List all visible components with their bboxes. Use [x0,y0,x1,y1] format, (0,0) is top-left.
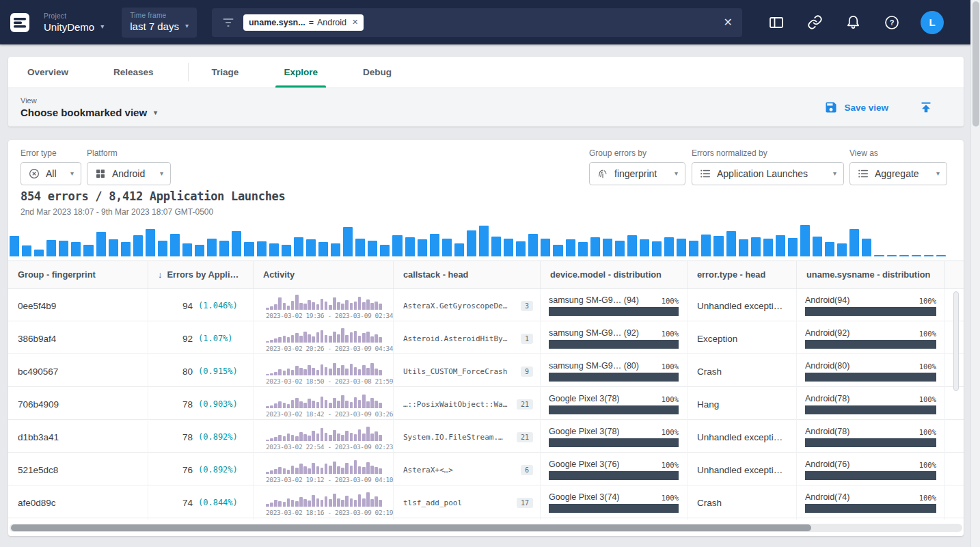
histogram[interactable] [10,222,946,256]
histogram-bar[interactable] [392,235,402,256]
table-row[interactable]: 706b4909 78 (0.903%) 2023-03-02 18:42 - … [8,387,964,420]
histogram-bar[interactable] [83,245,93,256]
histogram-bar[interactable] [528,234,538,256]
filterbar-clear-icon[interactable]: ✕ [724,16,733,29]
histogram-bar[interactable] [158,241,167,256]
histogram-bar[interactable] [257,241,267,256]
share-link-icon[interactable] [807,14,823,30]
col-errors[interactable]: ↓ Errors by Appli… [148,261,254,288]
histogram-bar[interactable] [46,240,56,256]
histogram-bar[interactable] [566,239,575,256]
tab-triage[interactable]: Triage [201,57,250,88]
error-type-select[interactable]: All ▾ [21,162,81,185]
col-fingerprint[interactable]: Group - fingerprint [8,261,148,288]
histogram-bar[interactable] [368,241,377,256]
publish-view-icon[interactable] [918,100,934,115]
table-row[interactable]: 521e5dc8 76 (0.892%) 2023-03-02 19:12 - … [8,453,964,485]
filter-chip[interactable]: uname.sysn... = Android ✕ [243,14,364,31]
histogram-bar[interactable] [318,242,328,256]
histogram-bar[interactable] [640,239,649,256]
fingerprint-link[interactable]: 386b9af4 [18,334,56,344]
histogram-bar[interactable] [713,236,723,256]
bookmarked-view-selector[interactable]: Choose bookmarked view ▾ [21,107,157,118]
histogram-bar[interactable] [232,231,241,256]
histogram-bar[interactable] [615,241,625,256]
col-uname-sysname[interactable]: uname.sysname - distribution [797,261,945,288]
fingerprint-link[interactable]: 0ee5f4b9 [18,301,56,311]
histogram-bar[interactable] [343,227,353,256]
horizontal-scrollbar-thumb[interactable] [11,524,811,531]
tab-overview[interactable]: Overview [16,57,79,88]
col-activity[interactable]: Activity [254,261,394,288]
histogram-bar[interactable] [726,231,736,256]
histogram-bar[interactable] [331,243,340,256]
tab-explore[interactable]: Explore [273,57,329,88]
histogram-bar[interactable] [677,239,686,256]
histogram-bar[interactable] [380,245,390,256]
histogram-bar[interactable] [418,239,427,256]
page-vertical-scrollbar[interactable] [970,0,980,547]
histogram-bar[interactable] [244,242,254,256]
histogram-bar[interactable] [874,255,884,256]
user-avatar[interactable]: L [921,11,944,34]
histogram-bar[interactable] [701,235,711,256]
histogram-bar[interactable] [578,242,588,256]
histogram-bar[interactable] [269,243,279,256]
histogram-bar[interactable] [294,237,303,256]
histogram-bar[interactable] [405,237,415,256]
histogram-bar[interactable] [121,242,131,256]
histogram-bar[interactable] [442,239,452,256]
histogram-bar[interactable] [467,230,476,256]
histogram-bar[interactable] [936,255,946,256]
histogram-bar[interactable] [516,241,526,256]
histogram-bar[interactable] [912,255,921,256]
histogram-bar[interactable] [652,241,662,256]
table-row[interactable]: bc490567 80 (0.915%) 2023-03-02 18:50 - … [8,354,964,387]
histogram-bar[interactable] [146,229,155,256]
histogram-bar[interactable] [207,239,217,256]
col-callstack[interactable]: callstack - head [394,261,541,288]
histogram-bar[interactable] [751,237,761,256]
histogram-bar[interactable] [849,229,859,256]
histogram-bar[interactable] [689,241,698,256]
histogram-bar[interactable] [603,239,612,256]
project-selector[interactable]: Project UnityDemo ▾ [44,12,104,33]
histogram-bar[interactable] [825,242,834,256]
histogram-bar[interactable] [924,255,934,256]
histogram-bar[interactable] [813,237,822,256]
save-view-button[interactable]: Save view [824,101,888,114]
histogram-bar[interactable] [430,234,439,256]
view-as-select[interactable]: Aggregate ▾ [849,162,947,185]
histogram-bar[interactable] [590,237,600,256]
fingerprint-link[interactable]: 706b4909 [18,399,59,410]
histogram-bar[interactable] [627,235,637,256]
histogram-bar[interactable] [504,239,513,256]
histogram-bar[interactable] [788,238,798,256]
histogram-bar[interactable] [133,235,143,256]
col-device-model[interactable]: device.model - distribution [541,261,688,288]
fingerprint-link[interactable]: d1bb3a41 [18,432,59,442]
histogram-bar[interactable] [282,245,291,256]
histogram-bar[interactable] [800,225,810,256]
notifications-bell-icon[interactable] [845,14,861,30]
histogram-bar[interactable] [71,242,81,256]
histogram-bar[interactable] [862,239,871,256]
histogram-bar[interactable] [182,243,192,256]
histogram-bar[interactable] [776,235,785,256]
table-row[interactable]: afe0d89c 74 (0.844%) 2023-03-02 18:16 - … [8,485,964,518]
histogram-bar[interactable] [22,245,31,256]
histogram-bar[interactable] [59,241,68,256]
timeframe-selector[interactable]: Time frame last 7 days ▾ [122,8,197,38]
platform-select[interactable]: Android ▾ [87,162,171,185]
histogram-bar[interactable] [219,241,229,256]
page-vertical-scrollbar-thumb[interactable] [972,1,979,126]
table-vertical-scrollbar-thumb[interactable] [953,291,959,391]
histogram-bar[interactable] [109,239,118,256]
histogram-bar[interactable] [170,234,180,256]
histogram-bar[interactable] [454,243,464,256]
histogram-bar[interactable] [739,239,748,256]
chip-remove-icon[interactable]: ✕ [352,18,358,27]
histogram-bar[interactable] [541,239,550,256]
filter-bar[interactable]: uname.sysn... = Android ✕ ✕ [212,8,742,37]
histogram-bar[interactable] [899,255,909,256]
